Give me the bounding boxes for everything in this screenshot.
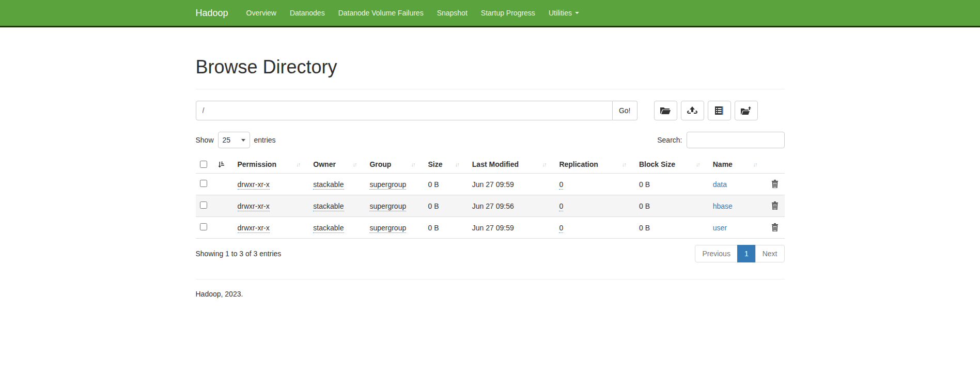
sort-icon[interactable]: ↓↑ <box>542 161 546 167</box>
sort-icon[interactable]: ↓↑ <box>696 161 699 167</box>
header-name[interactable]: Name ↓↑ <box>709 156 766 174</box>
size-cell: 0 B <box>424 195 468 217</box>
chevron-down-icon <box>575 12 579 14</box>
header-permission[interactable]: Permission ↓↑ <box>234 156 309 174</box>
pagination-next[interactable]: Next <box>755 245 785 262</box>
table-info: Showing 1 to 3 of 3 entries <box>196 250 282 258</box>
cut-paste-button[interactable] <box>708 101 731 120</box>
table-row: drwxr-xr-x stackable supergroup 0 B Jun … <box>196 174 785 195</box>
title-divider <box>196 89 785 89</box>
table-header-row: Permission ↓↑ Owner ↓↑ Group ↓↑ Size ↓↑ … <box>196 156 785 174</box>
header-last-modified[interactable]: Last Modified ↓↑ <box>468 156 555 174</box>
pagination: Previous 1 Next <box>695 245 784 262</box>
permission-editable[interactable]: drwxr-xr-x <box>238 180 270 190</box>
header-group[interactable]: Group ↓↑ <box>365 156 424 174</box>
directory-link[interactable]: data <box>713 180 727 189</box>
search-label: Search: <box>657 136 682 144</box>
header-block-size[interactable]: Block Size ↓↑ <box>635 156 709 174</box>
create-directory-button[interactable] <box>654 101 677 120</box>
replication-editable[interactable]: 0 <box>559 202 563 211</box>
nav-item-utilities-dropdown[interactable]: Utilities <box>542 1 586 25</box>
trash-icon <box>771 180 779 188</box>
permission-editable[interactable]: drwxr-xr-x <box>238 202 270 211</box>
sort-icon[interactable]: ↓↑ <box>622 161 626 167</box>
pagination-page-1[interactable]: 1 <box>737 245 756 262</box>
header-size[interactable]: Size ↓↑ <box>424 156 468 174</box>
directory-link[interactable]: hbase <box>713 202 733 210</box>
delete-button[interactable] <box>770 222 780 232</box>
nav-item-datanode-volume-failures[interactable]: Datanode Volume Failures <box>332 1 430 25</box>
block-size-cell: 0 B <box>635 217 709 239</box>
navbar-brand[interactable]: Hadoop <box>196 8 228 19</box>
group-editable[interactable]: supergroup <box>369 224 406 233</box>
delete-button[interactable] <box>770 200 780 211</box>
footer-text: Hadoop, 2023. <box>196 290 785 298</box>
path-bar: Go! <box>196 101 785 120</box>
table-row: drwxr-xr-x stackable supergroup 0 B Jun … <box>196 195 785 217</box>
last-modified-cell: Jun 27 09:59 <box>468 174 555 195</box>
sort-active-icon[interactable] <box>217 161 224 168</box>
nav-item-overview[interactable]: Overview <box>240 1 283 25</box>
sort-icon[interactable]: ↓↑ <box>296 161 300 167</box>
page-length-select[interactable]: 25 <box>218 132 250 148</box>
show-label: Show <box>196 136 214 144</box>
folder-move-icon <box>740 106 752 115</box>
search-input[interactable] <box>687 132 785 148</box>
clipboard-list-icon <box>714 106 724 115</box>
group-editable[interactable]: supergroup <box>369 180 406 190</box>
size-cell: 0 B <box>424 174 468 195</box>
chevron-down-icon <box>241 139 245 142</box>
row-checkbox[interactable] <box>200 223 207 230</box>
select-all-checkbox[interactable] <box>200 161 207 168</box>
pagination-previous[interactable]: Previous <box>695 245 737 262</box>
directory-path-input[interactable] <box>196 101 613 120</box>
last-modified-cell: Jun 27 09:59 <box>468 217 555 239</box>
replication-editable[interactable]: 0 <box>559 180 563 190</box>
sort-icon[interactable]: ↓↑ <box>352 161 356 167</box>
sort-icon[interactable]: ↓↑ <box>455 161 459 167</box>
search-control: Search: <box>657 132 784 148</box>
nav-item-datanodes[interactable]: Datanodes <box>283 1 332 25</box>
delete-button[interactable] <box>770 179 780 189</box>
permission-editable[interactable]: drwxr-xr-x <box>238 224 270 233</box>
block-size-cell: 0 B <box>635 174 709 195</box>
block-size-cell: 0 B <box>635 195 709 217</box>
row-checkbox[interactable] <box>200 201 207 209</box>
header-actions <box>766 156 785 174</box>
header-replication[interactable]: Replication ↓↑ <box>555 156 635 174</box>
directory-table: Permission ↓↑ Owner ↓↑ Group ↓↑ Size ↓↑ … <box>196 156 785 239</box>
table-row: drwxr-xr-x stackable supergroup 0 B Jun … <box>196 217 785 239</box>
owner-editable[interactable]: stackable <box>313 202 344 211</box>
page-title: Browse Directory <box>196 57 785 77</box>
size-cell: 0 B <box>424 217 468 239</box>
move-to-directory-button[interactable] <box>735 101 758 120</box>
trash-icon <box>771 223 779 231</box>
replication-editable[interactable]: 0 <box>559 224 563 233</box>
folder-open-icon <box>660 106 671 115</box>
nav-item-snapshot[interactable]: Snapshot <box>430 1 474 25</box>
owner-editable[interactable]: stackable <box>313 180 344 190</box>
directory-link[interactable]: user <box>713 224 727 232</box>
header-select-all <box>196 156 234 174</box>
owner-editable[interactable]: stackable <box>313 224 344 233</box>
trash-icon <box>771 201 779 210</box>
nav-item-startup-progress[interactable]: Startup Progress <box>474 1 542 25</box>
footer-divider <box>196 279 785 279</box>
top-navbar: Hadoop Overview Datanodes Datanode Volum… <box>0 0 980 27</box>
upload-icon <box>687 106 698 115</box>
sort-icon[interactable]: ↓↑ <box>753 161 757 167</box>
go-button[interactable]: Go! <box>613 101 637 120</box>
upload-files-button[interactable] <box>681 101 704 120</box>
page-length-control: Show 25 entries <box>196 132 276 148</box>
last-modified-cell: Jun 27 09:56 <box>468 195 555 217</box>
header-owner[interactable]: Owner ↓↑ <box>309 156 365 174</box>
group-editable[interactable]: supergroup <box>369 202 406 211</box>
row-checkbox[interactable] <box>200 180 207 187</box>
entries-label: entries <box>254 136 276 144</box>
sort-icon[interactable]: ↓↑ <box>411 161 414 167</box>
